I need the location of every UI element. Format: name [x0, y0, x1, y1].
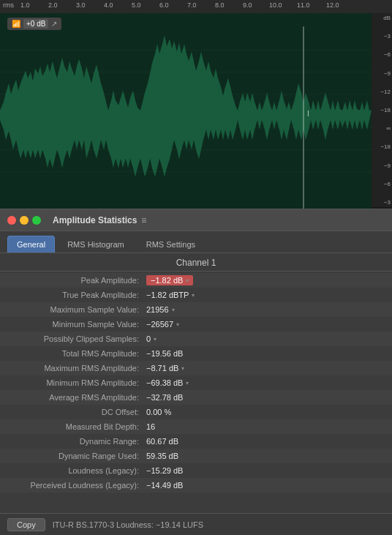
copy-button[interactable]: Copy [7, 518, 45, 531]
tab-rms-settings[interactable]: RMS Settings [137, 236, 205, 252]
stats-window: Amplitude Statistics ≡ General RMS Histo… [0, 209, 392, 535]
true-peak-arrow[interactable]: ▾ [192, 292, 195, 299]
min-rms-value: −69.38 dB ▾ [146, 378, 189, 387]
traffic-lights [7, 216, 41, 225]
ruler-label-10: 10.0 [269, 1, 282, 9]
ruler-label-12: 12.0 [326, 1, 339, 9]
db-label-n18-bot: −18 [373, 143, 391, 150]
close-button[interactable] [7, 216, 16, 225]
avg-rms-value: −32.78 dB [146, 393, 183, 402]
perceived-loudness-label: Perceived Loudness (Legacy): [7, 481, 146, 490]
ruler-label-4: 4.0 [104, 1, 113, 9]
stats-table: Peak Amplitude: −1.82 dB ▾ True Peak Amp… [0, 272, 392, 513]
total-rms-value: −19.56 dB [146, 349, 183, 358]
db-label-n9-top: −9 [373, 70, 391, 77]
stat-row-max-rms: Maximum RMS Amplitude: −8.71 dB ▾ [0, 361, 392, 375]
stat-row-dc-offset: DC Offset: 0.00 % [0, 405, 392, 419]
window-title-text: Amplitude Statistics [53, 215, 137, 225]
max-rms-arrow[interactable]: ▾ [181, 365, 184, 372]
ruler-marks: rms 1.0 2.0 3.0 4.0 5.0 6.0 7.0 8.0 9.0 … [0, 0, 392, 13]
dc-offset-value: 0.00 % [146, 408, 171, 416]
true-peak-label: True Peak Amplitude: [7, 291, 146, 299]
peak-arrow[interactable]: ▾ [186, 277, 189, 284]
menu-icon[interactable]: ≡ [141, 215, 146, 225]
db-label-n6-top: −6 [373, 51, 391, 58]
tabs: General RMS Histogram RMS Settings [0, 231, 392, 253]
stat-row-true-peak: True Peak Amplitude: −1.82 dBTP ▾ [0, 288, 392, 302]
db-label-n9-bot: −9 [373, 162, 391, 169]
stat-row-bit-depth: Measured Bit Depth: 16 [0, 419, 392, 434]
clipped-label: Possibly Clipped Samples: [7, 334, 146, 343]
dynamic-range-used-value: 59.35 dB [146, 452, 178, 460]
stat-row-min-sample: Minimum Sample Value: −26567 ▾ [0, 317, 392, 332]
tab-general[interactable]: General [7, 236, 55, 252]
waveform-container: rms 1.0 2.0 3.0 4.0 5.0 6.0 7.0 8.0 9.0 … [0, 0, 392, 209]
min-sample-value: −26567 ▾ [146, 320, 179, 329]
max-sample-label: Maximum Sample Value: [7, 305, 146, 314]
db-label-n3-bot: −3 [373, 199, 391, 206]
db-label-n12: −12 [373, 89, 391, 95]
ruler-label-11: 11.0 [297, 1, 310, 9]
true-peak-value: −1.82 dBTP ▾ [146, 291, 195, 299]
max-sample-arrow[interactable]: ▾ [172, 307, 175, 313]
min-sample-arrow[interactable]: ▾ [176, 321, 179, 328]
maximize-button[interactable] [32, 216, 41, 225]
channel-header: Channel 1 [0, 253, 392, 272]
toolbar-overlay[interactable]: 📶 +0 dB ↗ [7, 18, 61, 30]
peak-amplitude-label: Peak Amplitude: [7, 276, 146, 285]
ruler-label-2: 2.0 [48, 1, 58, 9]
signal-bars-icon: 📶 [12, 20, 20, 28]
stat-row-max-sample: Maximum Sample Value: 21956 ▾ [0, 302, 392, 317]
window-title: Amplitude Statistics ≡ [53, 215, 146, 225]
max-rms-value: −8.71 dB ▾ [146, 364, 184, 373]
ruler-label-rms: rms [3, 1, 14, 9]
dc-offset-label: DC Offset: [7, 408, 146, 416]
max-sample-value: 21956 ▾ [146, 305, 175, 314]
tab-rms-histogram[interactable]: RMS Histogram [58, 236, 134, 252]
dynamic-range-label: Dynamic Range: [7, 437, 146, 446]
min-sample-label: Minimum Sample Value: [7, 320, 146, 329]
ruler-label-5: 5.0 [132, 1, 141, 9]
stat-row-min-rms: Minimum RMS Amplitude: −69.38 dB ▾ [0, 375, 392, 390]
svg-text:I: I [307, 110, 309, 118]
db-label-inf: ∞ [373, 125, 391, 132]
stat-row-clipped: Possibly Clipped Samples: 0 ▾ [0, 332, 392, 346]
stat-row-peak: Peak Amplitude: −1.82 dB ▾ [0, 273, 392, 288]
waveform-svg: I [0, 13, 372, 209]
ruler-label-9: 9.0 [243, 1, 252, 9]
ruler-label-6: 6.0 [159, 1, 169, 9]
bit-depth-label: Measured Bit Depth: [7, 422, 146, 431]
db-scale: dB −3 −6 −9 −12 −18 ∞ −18 −9 −6 −3 [372, 13, 392, 207]
ruler-label-7: 7.0 [187, 1, 197, 9]
stat-row-total-rms: Total RMS Amplitude: −19.56 dB [0, 346, 392, 361]
bit-depth-value: 16 [146, 422, 155, 431]
minimize-button[interactable] [20, 216, 29, 225]
peak-amplitude-value: −1.82 dB ▾ [146, 275, 193, 285]
bottom-info-text: ITU-R BS.1770-3 Loudness: −19.14 LUFS [53, 520, 203, 529]
ruler-label-8: 8.0 [215, 1, 225, 9]
stat-row-loudness-legacy: Loudness (Legacy): −15.29 dB [0, 463, 392, 478]
ruler: rms 1.0 2.0 3.0 4.0 5.0 6.0 7.0 8.0 9.0 … [0, 0, 392, 13]
waveform-area: I [0, 13, 372, 209]
ruler-label-1: 1.0 [20, 1, 30, 9]
title-bar: Amplitude Statistics ≡ [0, 209, 392, 231]
db-label-header: dB [373, 15, 391, 21]
total-rms-label: Total RMS Amplitude: [7, 349, 146, 358]
stat-row-dynamic-range-used: Dynamic Range Used: 59.35 dB [0, 449, 392, 463]
ruler-label-3: 3.0 [76, 1, 86, 9]
dynamic-range-used-label: Dynamic Range Used: [7, 452, 146, 460]
dynamic-range-value: 60.67 dB [146, 437, 178, 446]
db-label-n3-top: −3 [373, 33, 391, 40]
min-rms-label: Minimum RMS Amplitude: [7, 378, 146, 387]
loudness-legacy-value: −15.29 dB [146, 466, 183, 475]
stat-row-perceived-loudness: Perceived Loudness (Legacy): −14.49 dB [0, 478, 392, 493]
avg-rms-label: Average RMS Amplitude: [7, 393, 146, 402]
clipped-arrow[interactable]: ▾ [154, 336, 157, 343]
loudness-legacy-label: Loudness (Legacy): [7, 466, 146, 475]
stat-row-avg-rms: Average RMS Amplitude: −32.78 dB [0, 390, 392, 405]
expand-icon[interactable]: ↗ [51, 20, 57, 28]
db-label-n18-top: −18 [373, 107, 391, 113]
min-rms-arrow[interactable]: ▾ [186, 380, 189, 386]
db-display[interactable]: +0 dB [23, 19, 48, 29]
clipped-value: 0 ▾ [146, 334, 157, 343]
